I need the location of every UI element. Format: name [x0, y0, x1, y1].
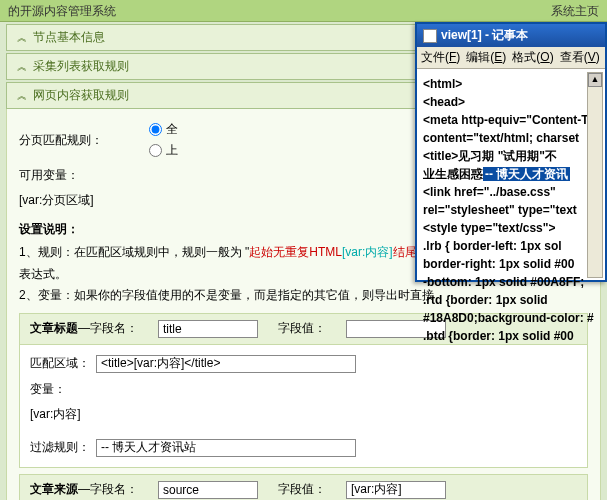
notepad-menu[interactable]: 文件(F) 编辑(E) 格式(O) 查看(V): [417, 47, 605, 69]
var-lbl: 变量：: [30, 381, 66, 398]
radio-all[interactable]: [149, 123, 162, 136]
chevron-icon: ︽: [17, 31, 27, 45]
home-link[interactable]: 系统主页: [551, 3, 599, 18]
var-label: 可用变量：: [19, 167, 79, 184]
title-match-input[interactable]: [96, 355, 356, 373]
source-field-input[interactable]: [158, 481, 258, 499]
menu-edit[interactable]: 编辑(E): [466, 49, 506, 66]
var-content: [var:内容]: [30, 406, 81, 423]
notepad-icon: [423, 29, 437, 43]
chevron-icon: ︽: [17, 89, 27, 103]
radio-up[interactable]: [149, 144, 162, 157]
chevron-icon: ︽: [17, 60, 27, 74]
menu-format[interactable]: 格式(O): [512, 49, 553, 66]
menu-file[interactable]: 文件(F): [421, 49, 460, 66]
article-title-label: 文章标题: [30, 321, 78, 335]
article-source-label: 文章来源: [30, 482, 78, 496]
match-label: 匹配区域：: [30, 355, 90, 372]
notepad-titlebar[interactable]: view[1] - 记事本: [417, 24, 605, 47]
scroll-up-icon[interactable]: ▲: [588, 73, 602, 87]
notepad-body[interactable]: <html><head><meta http-equiv="Content-Tc…: [417, 69, 605, 351]
title-filter-input[interactable]: [96, 439, 356, 457]
notepad-scrollbar[interactable]: ▲: [587, 72, 603, 278]
page-rule-label: 分页匹配规则：: [19, 132, 103, 149]
source-value-input[interactable]: [346, 481, 446, 499]
value-label: 字段值：: [278, 481, 326, 498]
var-value: [var:分页区域]: [19, 192, 94, 209]
page-title: 的开源内容管理系统: [8, 3, 116, 18]
menu-view[interactable]: 查看(V): [560, 49, 600, 66]
value-label: 字段值：: [278, 320, 326, 337]
notepad-window[interactable]: view[1] - 记事本 文件(F) 编辑(E) 格式(O) 查看(V) <h…: [415, 22, 607, 282]
title-field-input[interactable]: [158, 320, 258, 338]
filter-label: 过滤规则：: [30, 439, 90, 456]
